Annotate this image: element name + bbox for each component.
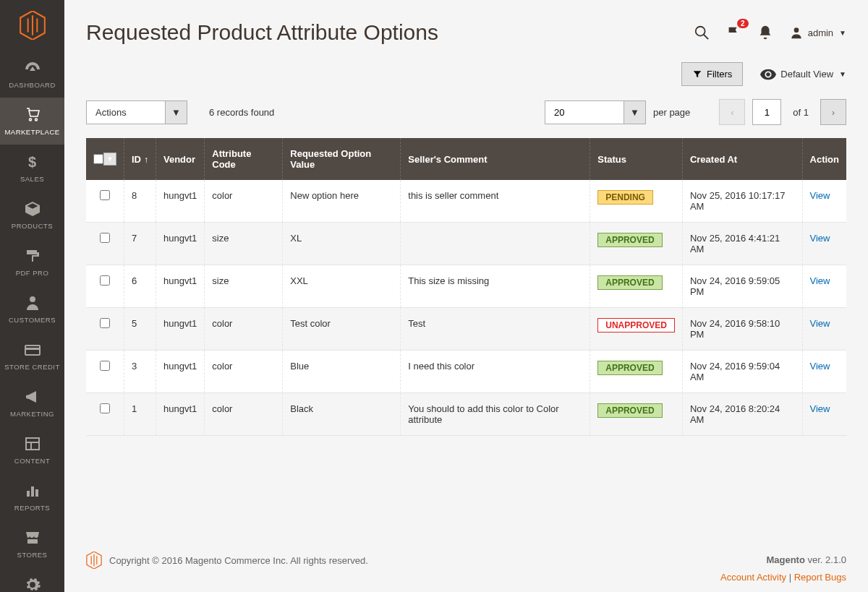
sidebar-item-system[interactable]: SYSTEM <box>0 567 64 592</box>
col-requested-value[interactable]: Requested Option Value <box>283 138 401 180</box>
next-page-button[interactable]: › <box>820 99 846 125</box>
view-link[interactable]: View <box>810 190 830 201</box>
cell-attribute-code: color <box>205 180 283 223</box>
gear-icon <box>24 576 41 592</box>
view-link[interactable]: View <box>810 403 830 414</box>
sidebar-item-marketing[interactable]: MARKETING <box>0 379 64 426</box>
table-row: 7hungvt1sizeXLAPPROVEDNov 25, 2016 4:41:… <box>86 223 846 265</box>
cell-vendor: hungvt1 <box>156 351 205 393</box>
col-vendor[interactable]: Vendor <box>156 138 205 180</box>
page-footer: Copyright © 2016 Magento Commerce Inc. A… <box>86 531 846 592</box>
cell-created-at: Nov 24, 2016 8:20:24 AM <box>682 393 802 436</box>
sidebar-item-label: DASHBOARD <box>9 81 56 89</box>
sidebar-item-label: CONTENT <box>14 457 50 465</box>
row-checkbox[interactable] <box>100 233 110 243</box>
paint-roller-icon <box>24 247 41 265</box>
row-checkbox[interactable] <box>100 275 110 286</box>
col-select-all[interactable]: ▼ <box>86 138 124 180</box>
status-badge: APPROVED <box>597 403 662 418</box>
copyright-text: Copyright © 2016 Magento Commerce Inc. A… <box>109 555 368 566</box>
report-bugs-link[interactable]: Report Bugs <box>794 572 846 583</box>
cell-attribute-code: size <box>205 265 283 308</box>
records-found: 6 records found <box>209 107 274 118</box>
admin-user-name: admin <box>808 27 833 38</box>
per-page-select[interactable]: ▼ <box>545 100 646 124</box>
cell-attribute-code: color <box>205 393 283 436</box>
actions-select[interactable]: Actions ▼ <box>86 100 187 124</box>
sidebar-item-dashboard[interactable]: DASHBOARD <box>0 51 64 98</box>
sidebar: DASHBOARD MARKETPLACE $ SALES PRODUCTS P… <box>0 0 64 592</box>
cell-id: 6 <box>124 265 156 308</box>
chevron-down-icon[interactable]: ▼ <box>624 100 646 124</box>
sidebar-item-pdfpro[interactable]: PDF PRO <box>0 239 64 286</box>
col-id[interactable]: ID↑ <box>124 138 156 180</box>
magento-logo[interactable] <box>0 0 64 51</box>
grid-toolbar: Actions ▼ 6 records found ▼ per page ‹ o… <box>86 99 846 138</box>
action-bar: Filters Default View ▼ <box>86 62 846 99</box>
view-link[interactable]: View <box>810 233 830 244</box>
col-status[interactable]: Status <box>590 138 683 180</box>
account-activity-link[interactable]: Account Activity <box>720 572 786 583</box>
sidebar-item-sales[interactable]: $ SALES <box>0 145 64 192</box>
sidebar-item-customers[interactable]: CUSTOMERS <box>0 286 64 333</box>
row-checkbox[interactable] <box>100 190 110 200</box>
col-seller-comment[interactable]: Seller's Comment <box>401 138 590 180</box>
sidebar-item-products[interactable]: PRODUCTS <box>0 192 64 239</box>
megaphone-icon <box>24 388 41 406</box>
cell-seller-comment: You should to add this color to Color at… <box>401 393 590 436</box>
cell-created-at: Nov 24, 2016 9:59:05 PM <box>682 265 802 308</box>
sidebar-item-content[interactable]: CONTENT <box>0 426 64 473</box>
cell-seller-comment: I need this color <box>401 351 590 393</box>
col-created-at[interactable]: Created At <box>682 138 802 180</box>
cell-requested-value: XXL <box>283 265 401 308</box>
row-checkbox[interactable] <box>100 403 110 413</box>
default-view-toggle[interactable]: Default View ▼ <box>760 62 846 86</box>
funnel-icon <box>692 69 702 80</box>
svg-text:$: $ <box>28 154 36 170</box>
svg-rect-9 <box>31 486 34 497</box>
col-action[interactable]: Action <box>802 138 846 180</box>
sidebar-item-storecredit[interactable]: STORE CREDIT <box>0 333 64 379</box>
chevron-down-icon[interactable]: ▼ <box>166 100 187 124</box>
filters-button[interactable]: Filters <box>681 62 743 86</box>
page-number-input[interactable] <box>752 99 781 125</box>
view-link[interactable]: View <box>810 318 830 329</box>
view-link[interactable]: View <box>810 275 830 286</box>
svg-rect-4 <box>25 348 40 350</box>
sidebar-item-stores[interactable]: STORES <box>0 520 64 567</box>
select-all-checkbox[interactable] <box>93 154 103 164</box>
notifications-flag-icon[interactable]: 2 <box>726 25 741 40</box>
sidebar-item-label: REPORTS <box>14 504 50 512</box>
sidebar-item-reports[interactable]: REPORTS <box>0 473 64 520</box>
svg-rect-3 <box>25 346 40 355</box>
prev-page-button[interactable]: ‹ <box>719 99 745 125</box>
per-page-input[interactable] <box>545 100 624 124</box>
cell-created-at: Nov 24, 2016 9:58:10 PM <box>682 308 802 351</box>
row-checkbox[interactable] <box>100 361 110 371</box>
status-badge: PENDING <box>597 190 653 205</box>
status-badge: APPROVED <box>597 361 662 375</box>
person-icon <box>24 294 41 312</box>
bell-icon[interactable] <box>757 25 773 40</box>
search-icon[interactable] <box>694 25 710 40</box>
notification-badge: 2 <box>737 19 749 28</box>
chevron-down-icon[interactable]: ▼ <box>103 153 116 166</box>
view-link[interactable]: View <box>810 361 830 372</box>
cell-attribute-code: size <box>205 223 283 265</box>
page-header: Requested Product Attribute Options 2 ad… <box>86 0 846 62</box>
admin-user-menu[interactable]: admin ▼ <box>789 25 846 40</box>
table-row: 3hungvt1colorBlueI need this colorAPPROV… <box>86 351 846 393</box>
cell-id: 3 <box>124 351 156 393</box>
status-badge: APPROVED <box>597 275 662 290</box>
cell-requested-value: XL <box>283 223 401 265</box>
sidebar-item-marketplace[interactable]: MARKETPLACE <box>0 98 64 145</box>
credit-card-icon <box>24 341 41 359</box>
attribute-options-grid: ▼ ID↑ Vendor Attribute Code Requested Op… <box>86 138 846 436</box>
cell-vendor: hungvt1 <box>156 265 205 308</box>
row-checkbox[interactable] <box>100 318 110 328</box>
col-attribute-code[interactable]: Attribute Code <box>205 138 283 180</box>
cell-requested-value: Blue <box>283 351 401 393</box>
sidebar-item-label: MARKETING <box>10 410 54 418</box>
cell-status: APPROVED <box>590 223 683 265</box>
table-row: 5hungvt1colorTest colorTestUNAPPROVEDNov… <box>86 308 846 351</box>
